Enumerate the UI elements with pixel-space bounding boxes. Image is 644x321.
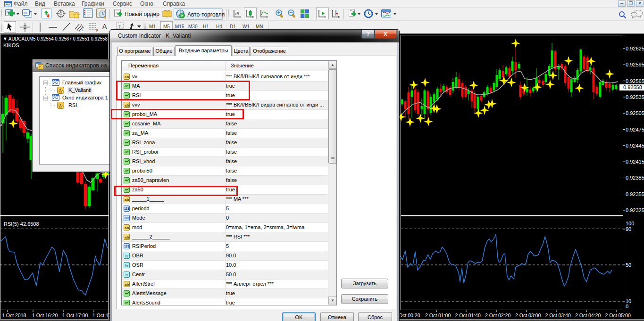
svg-text:2 Oct 01:40: 2 Oct 01:40: [455, 313, 481, 318]
svg-text:2 Oct 04:20: 2 Oct 04:20: [575, 313, 601, 318]
svg-text:KIKOS: KIKOS: [3, 42, 19, 48]
svg-text:ab: ab: [125, 75, 129, 79]
svg-text:0: 0: [626, 304, 628, 309]
svg-text:100: 100: [626, 221, 634, 226]
svg-text:0.92415: 0.92415: [626, 159, 644, 165]
svg-text:E: E: [82, 28, 84, 32]
svg-text:1 Oct 17:00: 1 Oct 17:00: [62, 313, 88, 318]
svg-text:F: F: [96, 29, 98, 32]
svg-text:ab: ab: [125, 198, 129, 202]
svg-text:0.92475: 0.92475: [626, 127, 644, 132]
svg-text:½: ½: [125, 254, 128, 258]
svg-text:0.92565: 0.92565: [626, 78, 644, 84]
svg-text:90: 90: [626, 226, 631, 232]
svg-text:0.92445: 0.92445: [626, 143, 644, 148]
svg-text:2 Oct 05:00: 2 Oct 05:00: [605, 313, 631, 318]
svg-text:2 Oct 03:00: 2 Oct 03:00: [515, 313, 541, 318]
svg-text:50: 50: [626, 262, 631, 268]
svg-text:1 Oct 2018: 1 Oct 2018: [2, 313, 26, 318]
svg-text:0.92325: 0.92325: [626, 207, 644, 213]
svg-text:123: 123: [124, 216, 129, 220]
svg-text:ab: ab: [125, 226, 129, 230]
svg-text:123: 123: [124, 207, 129, 210]
svg-text:0.92505: 0.92505: [626, 110, 644, 116]
svg-text:½: ½: [125, 273, 128, 277]
svg-text:0.92535: 0.92535: [626, 94, 644, 100]
svg-text:RSI(5) 42.6508: RSI(5) 42.6508: [4, 221, 39, 227]
svg-text:T: T: [118, 24, 121, 29]
svg-text:0.92625: 0.92625: [626, 46, 644, 51]
svg-text:2 Oct 01:00: 2 Oct 01:00: [425, 313, 451, 318]
svg-text:1 Oct 16:20: 1 Oct 16:20: [32, 313, 58, 318]
svg-text:0.92595: 0.92595: [626, 62, 644, 67]
svg-text:ab: ab: [125, 235, 129, 239]
svg-text:½: ½: [125, 263, 128, 268]
svg-text:1 Oct 17: 1 Oct 17: [92, 313, 109, 318]
svg-text:ab: ab: [125, 103, 129, 107]
svg-text:0.92355: 0.92355: [626, 191, 644, 197]
svg-text:123: 123: [124, 245, 129, 248]
svg-text:2 Oct 02:20: 2 Oct 02:20: [485, 313, 510, 318]
svg-text:▼ AUDCAD,M5 0.92554 0.92567 0: ▼ AUDCAD,M5 0.92554 0.92567 0.92551 0.92…: [3, 36, 108, 41]
svg-text:ab: ab: [125, 282, 129, 287]
svg-text:0.92558: 0.92558: [623, 84, 642, 90]
svg-text:2 Oct 03:40: 2 Oct 03:40: [545, 313, 571, 318]
svg-text:Oct 00:20: Oct 00:20: [400, 313, 420, 318]
svg-text:0.92385: 0.92385: [626, 175, 644, 181]
